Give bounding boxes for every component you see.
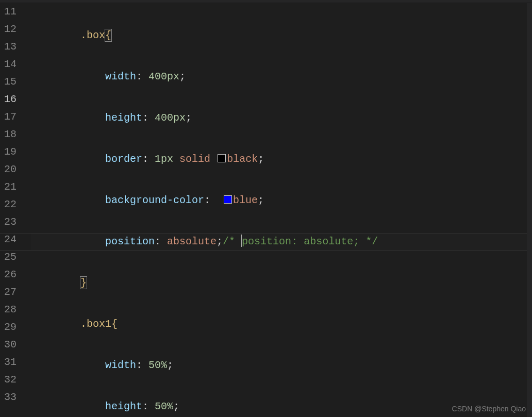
- line-number[interactable]: 15: [0, 73, 16, 91]
- color-swatch-icon[interactable]: [218, 154, 226, 162]
- code-line[interactable]: height: 400px;: [31, 109, 532, 127]
- brace-close: }: [80, 277, 87, 289]
- line-number[interactable]: 23: [0, 213, 16, 231]
- css-value: 400px: [155, 112, 186, 124]
- line-number[interactable]: 11: [0, 3, 16, 21]
- css-selector: .box1: [80, 318, 111, 330]
- code-line[interactable]: background-color: blue;: [31, 192, 532, 209]
- line-number[interactable]: 17: [0, 108, 16, 126]
- css-property: position: [105, 236, 155, 247]
- code-body[interactable]: .box{ width: 400px; height: 400px; borde…: [26, 3, 532, 417]
- code-line[interactable]: border: 1px solid black;: [31, 151, 532, 168]
- css-property: height: [105, 401, 142, 412]
- code-line[interactable]: .box1{: [31, 315, 532, 333]
- code-line[interactable]: width: 50%;: [31, 357, 532, 374]
- line-number[interactable]: 25: [0, 248, 16, 266]
- line-number[interactable]: 22: [0, 196, 16, 213]
- minimap-scrollbar[interactable]: [527, 3, 532, 417]
- code-line-active[interactable]: position: absolute;/* position: absolute…: [31, 233, 532, 251]
- color-swatch-icon[interactable]: [224, 195, 232, 204]
- code-line[interactable]: .box{: [31, 27, 532, 44]
- line-number[interactable]: 27: [0, 283, 16, 301]
- line-number[interactable]: 16: [0, 91, 16, 108]
- code-line[interactable]: }: [31, 274, 532, 292]
- css-property: width: [105, 71, 136, 82]
- line-number[interactable]: 33: [0, 389, 16, 406]
- line-number[interactable]: 18: [0, 126, 16, 143]
- line-number[interactable]: 14: [0, 56, 16, 73]
- line-number[interactable]: 26: [0, 266, 16, 283]
- line-number[interactable]: 13: [0, 38, 16, 56]
- line-gutter: 1112131415161718192021222324252627282930…: [0, 3, 26, 417]
- brace-open: {: [111, 318, 118, 330]
- css-comment: /* position: absolute; */: [223, 236, 378, 247]
- line-number[interactable]: 29: [0, 319, 16, 336]
- text-cursor: [241, 235, 242, 247]
- line-number[interactable]: 20: [0, 161, 16, 178]
- css-property: height: [105, 112, 142, 124]
- css-property: width: [105, 359, 136, 371]
- code-line[interactable]: width: 400px;: [31, 68, 532, 86]
- css-value: 400px: [148, 71, 179, 82]
- line-number[interactable]: 19: [0, 143, 16, 161]
- line-number[interactable]: 12: [0, 21, 16, 38]
- line-number[interactable]: 32: [0, 371, 16, 389]
- css-property: background-color: [105, 194, 204, 206]
- css-property: border: [105, 153, 142, 165]
- line-number[interactable]: 28: [0, 301, 16, 319]
- watermark-text: CSDN @Stephen Qiao: [452, 405, 526, 413]
- editor-area: 1112131415161718192021222324252627282930…: [0, 3, 532, 417]
- line-number[interactable]: 21: [0, 178, 16, 196]
- line-number[interactable]: 30: [0, 336, 16, 354]
- line-number[interactable]: 31: [0, 354, 16, 371]
- css-selector: .box: [80, 29, 105, 41]
- brace-open: {: [105, 29, 111, 41]
